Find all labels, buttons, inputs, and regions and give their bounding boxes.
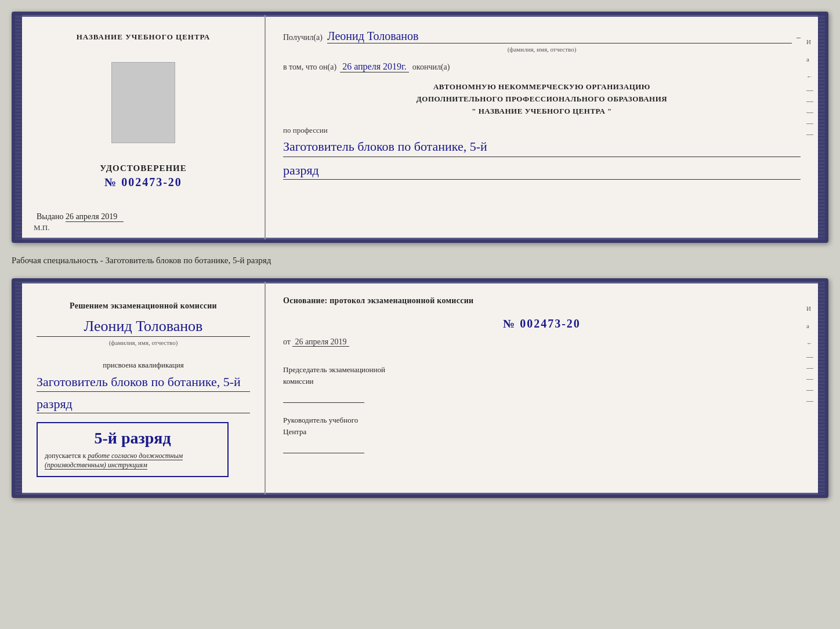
right-spine-bottom <box>818 282 825 495</box>
bottom-marker-dash2 <box>806 368 813 369</box>
dash-after-name: – <box>796 33 801 42</box>
top-fio-subtitle: (фамилия, имя, отчество) <box>283 46 801 53</box>
issued-line: Выдано 26 апреля 2019 <box>37 212 124 222</box>
stamp-rank: 5-й разряд <box>45 429 220 448</box>
prisvoena-text: присвоена квалификация <box>37 361 250 370</box>
marker-dash4 <box>806 123 813 124</box>
vtom-line: в том, что он(а) 26 апреля 2019г. окончи… <box>283 61 801 72</box>
bottom-qualification-value: Заготовитель блоков по ботанике, 5-й <box>37 373 250 392</box>
vtom-date: 26 апреля 2019г. <box>340 61 409 72</box>
bottom-right-edge-markers: И а ← <box>806 305 813 402</box>
recipient-label: Получил(а) <box>283 33 323 42</box>
issued-date: 26 апреля 2019 <box>66 212 124 222</box>
bottom-marker-a: а <box>806 322 813 329</box>
profession-label: по профессии <box>283 126 801 135</box>
bottom-marker-dash4 <box>806 390 813 391</box>
osnov-text: Основание: протокол экзаменационной коми… <box>283 296 801 306</box>
org-line3: " НАЗВАНИЕ УЧЕБНОГО ЦЕНТРА " <box>283 106 801 118</box>
vtom-label: в том, что он(а) <box>283 63 336 72</box>
udostoverenie-number: № 002473-20 <box>104 176 182 189</box>
from-date: от 26 апреля 2019 <box>283 337 801 347</box>
stamp-admission: допускается к работе согласно должностны… <box>45 451 220 471</box>
right-edge-markers: И а ← <box>806 38 813 135</box>
marker-i: И <box>806 38 813 45</box>
marker-dash5 <box>806 134 813 135</box>
from-prefix: от <box>283 337 291 346</box>
bottom-from-date: 26 апреля 2019 <box>292 337 349 347</box>
head-block: Руководитель учебного Центра <box>283 415 801 453</box>
top-document-card: НАЗВАНИЕ УЧЕБНОГО ЦЕНТРА УДОСТОВЕРЕНИЕ №… <box>12 12 828 243</box>
chairman-signature-line <box>283 391 364 403</box>
marker-dash2 <box>806 101 813 102</box>
specialty-label: Рабочая специальность - Заготовитель бло… <box>12 253 828 268</box>
bottom-card-right: Основание: протокол экзаменационной коми… <box>266 282 818 495</box>
decision-text: Решением экзаменационной комиссии <box>37 299 250 313</box>
udostoverenie-title: УДОСТОВЕРЕНИЕ <box>100 163 187 173</box>
razryad-value: разряд <box>283 163 801 180</box>
top-left-title: НАЗВАНИЕ УЧЕБНОГО ЦЕНТРА <box>77 32 211 42</box>
org-block: АВТОНОМНУЮ НЕКОММЕРЧЕСКУЮ ОРГАНИЗАЦИЮ ДО… <box>283 81 801 117</box>
recipient-name: Леонид Толованов <box>327 30 792 43</box>
org-line1: АВТОНОМНУЮ НЕКОММЕРЧЕСКУЮ ОРГАНИЗАЦИЮ <box>283 81 801 93</box>
stamp-admission-text: работе согласно должностным <box>88 452 183 460</box>
marker-dash1 <box>806 90 813 91</box>
chairman-title: Председатель экзаменационной комиссии <box>283 364 801 387</box>
stamp-box: 5-й разряд допускается к работе согласно… <box>37 422 229 478</box>
okончил-label: окончил(а) <box>412 63 450 72</box>
right-spine-top <box>818 15 825 239</box>
org-line2: ДОПОЛНИТЕЛЬНОГО ПРОФЕССИОНАЛЬНОГО ОБРАЗО… <box>283 93 801 106</box>
bottom-card-left: Решением экзаменационной комиссии Леонид… <box>22 282 266 495</box>
bottom-marker-dash1 <box>806 357 813 358</box>
recipient-line: Получил(а) Леонид Толованов – <box>283 30 801 43</box>
bottom-razryad-value: разряд <box>37 397 250 413</box>
left-spine <box>15 15 22 239</box>
photo-placeholder <box>111 62 175 143</box>
marker-dash3 <box>806 112 813 113</box>
chairman-block: Председатель экзаменационной комиссии <box>283 364 801 403</box>
top-card-left: НАЗВАНИЕ УЧЕБНОГО ЦЕНТРА УДОСТОВЕРЕНИЕ №… <box>22 15 266 239</box>
profession-value: Заготовитель блоков по ботанике, 5-й <box>283 139 801 157</box>
bottom-marker-i: И <box>806 305 813 312</box>
bottom-marker-dash5 <box>806 401 813 402</box>
bottom-left-spine <box>15 282 22 495</box>
stamp-admission-text2: (производственным) инструкциям <box>45 461 147 470</box>
head-signature-line <box>283 442 364 453</box>
marker-arrow: ← <box>806 73 813 80</box>
bottom-marker-dash3 <box>806 379 813 380</box>
bottom-person-name: Леонид Толованов <box>37 318 250 337</box>
bottom-marker-arrow: ← <box>806 340 813 347</box>
bottom-fio-subtitle: (фамилия, имя, отчество) <box>37 339 250 346</box>
bottom-document-card: Решением экзаменационной комиссии Леонид… <box>12 278 828 498</box>
mp-label: М.П. <box>34 223 49 232</box>
page-container: НАЗВАНИЕ УЧЕБНОГО ЦЕНТРА УДОСТОВЕРЕНИЕ №… <box>12 12 828 498</box>
marker-a: а <box>806 56 813 63</box>
stamp-admission-prefix: допускается к <box>45 452 86 460</box>
top-card-right: Получил(а) Леонид Толованов – (фамилия, … <box>266 15 818 239</box>
bottom-protocol-number: № 002473-20 <box>283 317 801 330</box>
issued-label: Выдано <box>37 212 64 221</box>
head-title: Руководитель учебного Центра <box>283 415 801 437</box>
